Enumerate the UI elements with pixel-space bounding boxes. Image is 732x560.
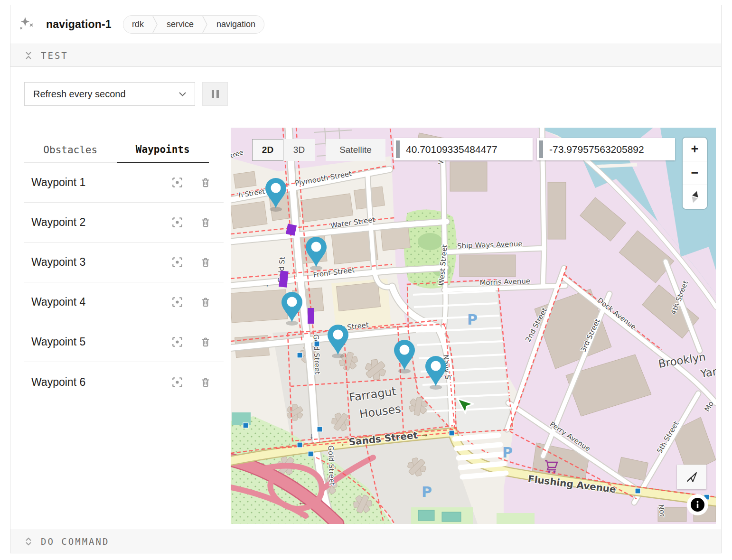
- traffic-signal-icon: [317, 427, 322, 432]
- latitude-input[interactable]: 40.70109335484477: [394, 138, 533, 160]
- latitude-drag-handle-icon[interactable]: [396, 140, 400, 158]
- focus-waypoint-button[interactable]: [172, 336, 183, 347]
- zoom-in-button[interactable]: +: [683, 138, 707, 161]
- waypoint-name: Waypoint 3: [24, 256, 85, 269]
- waypoint-row: Waypoint 5: [24, 322, 224, 362]
- trash-icon: [200, 177, 211, 188]
- test-panel-header[interactable]: TEST: [10, 44, 721, 67]
- trash-icon: [200, 336, 211, 347]
- street-label: Morris Avenue: [479, 277, 530, 287]
- map-zoom-control: + −: [683, 138, 707, 209]
- delete-waypoint-button[interactable]: [200, 336, 211, 347]
- waypoint-row: Waypoint 3: [24, 243, 224, 282]
- card-header: navigation-1 rdk service navigation: [10, 5, 721, 44]
- map[interactable]: h StreetPlymouth StreetWater StreetGold …: [231, 128, 716, 524]
- tab-obstacles[interactable]: Obstacles: [24, 137, 117, 162]
- focus-waypoint-button[interactable]: [172, 257, 183, 268]
- waypoint-row: Waypoint 4: [24, 282, 224, 322]
- page: navigation-1 rdk service navigation TEST…: [0, 0, 732, 560]
- longitude-drag-handle-icon[interactable]: [539, 140, 543, 158]
- parking-icon: P: [422, 484, 432, 500]
- delete-waypoint-button[interactable]: [200, 297, 211, 308]
- map-mode-toggle: 2D 3D: [252, 139, 315, 161]
- waypoint-list: Waypoint 1 Waypoint 2: [24, 163, 224, 402]
- traffic-signal-icon: [308, 451, 313, 457]
- test-panel-label: TEST: [41, 50, 68, 61]
- waypoint-name: Waypoint 5: [24, 336, 85, 348]
- focus-icon: [172, 177, 183, 188]
- do-command-panel-label: DO COMMAND: [41, 536, 109, 547]
- waypoint-name: Waypoint 2: [24, 216, 85, 229]
- map-2d-button[interactable]: 2D: [252, 139, 283, 161]
- compass-icon: [690, 190, 700, 204]
- one-way-arrow: →: [420, 429, 429, 439]
- send-arrow-icon: [685, 471, 698, 483]
- waypoint-row: Waypoint 1: [24, 163, 224, 203]
- street-label: Gold Street: [327, 445, 337, 486]
- pause-icon: [212, 90, 214, 98]
- breadcrumb-item: service: [158, 16, 202, 33]
- traffic-signal-icon: [243, 423, 248, 428]
- info-icon: [690, 497, 705, 512]
- focus-icon: [172, 257, 183, 268]
- breadcrumb: rdk service navigation: [123, 15, 264, 34]
- list-tabs: Obstacles Waypoints: [24, 137, 209, 163]
- service-sparkles-icon: [19, 17, 38, 33]
- chevron-down-icon: [179, 92, 186, 96]
- trash-icon: [200, 257, 211, 268]
- focus-icon: [172, 297, 183, 308]
- delete-waypoint-button[interactable]: [200, 257, 211, 268]
- expand-icon: [24, 537, 33, 546]
- traffic-signal-icon: [314, 341, 319, 346]
- traffic-signal-icon: [297, 442, 302, 448]
- waypoint-name: Waypoint 1: [24, 176, 85, 189]
- trash-icon: [200, 297, 211, 308]
- pause-button[interactable]: [202, 82, 228, 106]
- page-title: navigation-1: [46, 18, 112, 31]
- map-satellite-button[interactable]: Satellite: [326, 139, 385, 161]
- focus-waypoint-button[interactable]: [172, 217, 183, 228]
- one-way-arrow: ↓: [310, 432, 313, 440]
- one-way-arrow: →: [262, 280, 270, 289]
- traffic-signal-icon: [297, 353, 302, 358]
- attribution-button[interactable]: [687, 494, 708, 515]
- tab-waypoints[interactable]: Waypoints: [117, 137, 209, 163]
- focus-waypoint-button[interactable]: [172, 377, 183, 388]
- street-label: Yar: [699, 365, 716, 380]
- pause-icon: [216, 90, 219, 98]
- focus-waypoint-button[interactable]: [172, 177, 183, 188]
- waypoint-name: Waypoint 4: [24, 296, 85, 308]
- latitude-value: 40.70109335484477: [400, 144, 497, 155]
- locate-button[interactable]: [677, 465, 706, 489]
- do-command-panel-header[interactable]: DO COMMAND: [10, 530, 721, 553]
- refresh-rate-select[interactable]: Refresh every second: [24, 82, 195, 106]
- delete-waypoint-button[interactable]: [200, 377, 211, 388]
- focus-waypoint-button[interactable]: [172, 297, 183, 308]
- trash-icon: [200, 377, 211, 388]
- street-label: Gold Street: [312, 334, 322, 375]
- traffic-signal-icon: [449, 430, 454, 436]
- delete-waypoint-button[interactable]: [200, 217, 211, 228]
- focus-icon: [172, 377, 183, 388]
- breadcrumb-separator-icon: [202, 16, 208, 33]
- waypoint-name: Waypoint 6: [24, 376, 85, 389]
- waypoint-row: Waypoint 2: [24, 203, 224, 243]
- map-3d-button[interactable]: 3D: [283, 139, 315, 161]
- compass-button[interactable]: [683, 185, 707, 209]
- collapse-icon: [24, 51, 33, 60]
- longitude-value: -73.97957563205892: [543, 144, 644, 155]
- map-obstacle[interactable]: [308, 308, 314, 324]
- map-obstacle[interactable]: [279, 271, 288, 288]
- navigation-service-card: navigation-1 rdk service navigation TEST…: [10, 5, 722, 553]
- breadcrumb-item: rdk: [123, 16, 152, 33]
- trash-icon: [200, 217, 211, 228]
- one-way-arrow: ←: [298, 497, 306, 507]
- waypoint-row: Waypoint 6: [24, 362, 224, 402]
- map-canvas: h StreetPlymouth StreetWater StreetGold …: [231, 128, 716, 524]
- breadcrumb-separator-icon: [152, 16, 158, 33]
- longitude-input[interactable]: -73.97957563205892: [537, 138, 675, 160]
- focus-icon: [172, 217, 183, 228]
- delete-waypoint-button[interactable]: [200, 177, 211, 188]
- zoom-out-button[interactable]: −: [683, 161, 707, 185]
- one-way-arrow: ←: [340, 438, 349, 448]
